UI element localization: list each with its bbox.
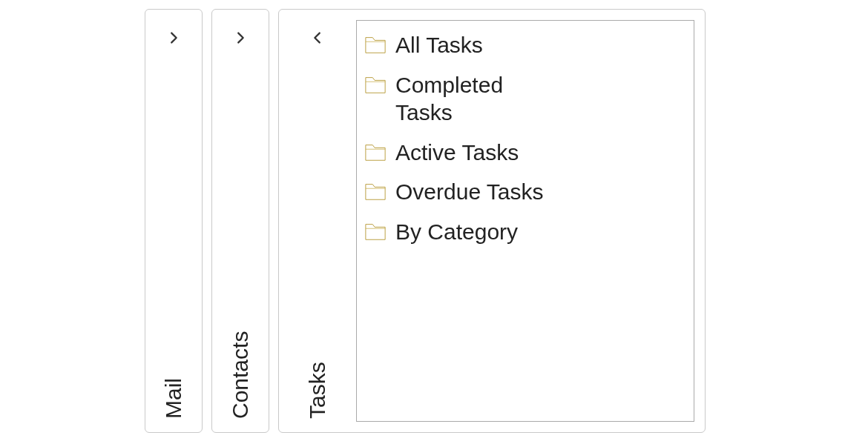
chevron-right-icon [165, 30, 182, 46]
expand-mail-button[interactable] [163, 27, 184, 48]
folder-by-category[interactable]: By Category [364, 218, 686, 246]
task-folders-list: All Tasks Completed Tasks Active Tasks O… [356, 20, 694, 422]
folder-label: By Category [395, 218, 518, 246]
folder-label: Overdue Tasks [395, 178, 544, 206]
folder-label: All Tasks [395, 31, 483, 59]
tasks-panel-label: Tasks [305, 362, 330, 419]
chevron-left-icon [309, 30, 326, 46]
folder-overdue-tasks[interactable]: Overdue Tasks [364, 178, 686, 206]
expand-contacts-button[interactable] [230, 27, 251, 48]
collapse-tasks-button[interactable] [307, 27, 328, 48]
folder-active-tasks[interactable]: Active Tasks [364, 139, 686, 167]
folder-icon [364, 34, 387, 55]
folder-label: Active Tasks [395, 139, 519, 167]
chevron-right-icon [232, 30, 249, 46]
tasks-panel: Tasks All Tasks Completed Tasks Active T… [278, 9, 706, 433]
folder-icon [364, 181, 387, 202]
folder-icon [364, 221, 387, 242]
folder-label: Completed Tasks [395, 71, 559, 127]
folder-completed-tasks[interactable]: Completed Tasks [364, 71, 686, 127]
mail-panel[interactable]: Mail [145, 9, 203, 433]
contacts-panel-label: Contacts [228, 331, 253, 419]
tasks-panel-header: Tasks [279, 10, 356, 432]
folder-icon [364, 74, 387, 95]
contacts-panel[interactable]: Contacts [211, 9, 269, 433]
mail-panel-label: Mail [161, 378, 186, 419]
navigation-bars: Mail Contacts Tasks All Tasks Completed … [0, 0, 868, 433]
folder-all-tasks[interactable]: All Tasks [364, 31, 686, 59]
folder-icon [364, 142, 387, 162]
